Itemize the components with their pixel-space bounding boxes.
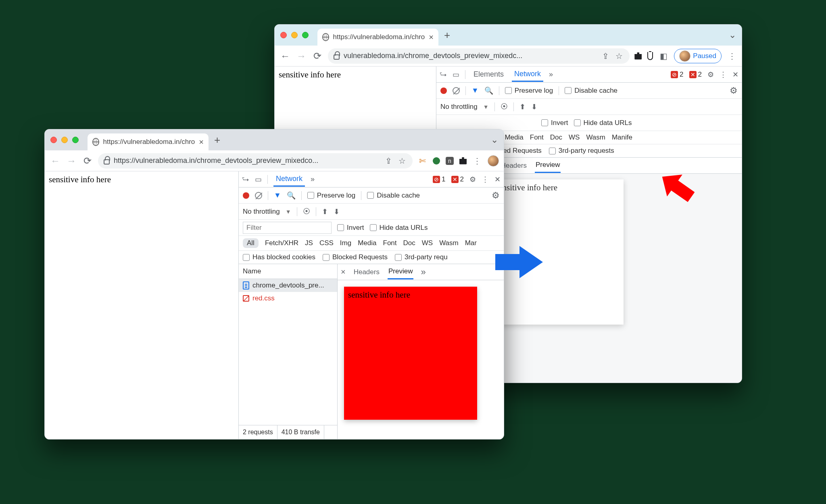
kebab-menu-icon[interactable]: ⋮ [472,156,482,166]
ext-icon-1[interactable] [433,157,440,165]
clear-icon[interactable] [255,192,262,199]
invert-checkbox[interactable]: Invert [337,224,364,232]
wifi-icon[interactable]: ⦿ [501,102,508,111]
panel-icon[interactable]: ◧ [659,51,668,61]
throttling-select[interactable]: No throttling [440,103,478,111]
close-dot[interactable] [50,137,57,143]
browser-tab[interactable]: https://vulnerabledoma.in/chro × [88,133,209,150]
devtools-close-icon[interactable]: ✕ [494,175,501,184]
share-icon[interactable]: ⇪ [384,156,393,166]
error-badge-1[interactable]: ⊘1 [433,175,445,183]
more-tabs-icon[interactable]: » [421,267,426,277]
settings-icon[interactable]: ⚙ [707,70,714,79]
extensions-icon[interactable] [634,52,642,60]
titlebar: https://vulnerabledoma.in/chro × + ⌄ [275,25,742,46]
star-icon[interactable]: ☆ [614,51,624,61]
upload-icon[interactable]: ⬆ [519,102,526,111]
preserve-log-checkbox[interactable]: Preserve log [505,87,553,95]
reload-icon[interactable]: ⟳ [312,50,323,62]
tab-network[interactable]: Network [273,172,305,187]
third-party-checkbox[interactable]: 3rd-party requests [549,147,614,155]
inspect-icon[interactable]: ⮑ [440,70,447,79]
chevron-down-icon[interactable]: ▼ [286,208,291,215]
lock-icon [334,54,340,60]
third-party-checkbox[interactable]: 3rd-party requ [395,253,448,261]
clear-icon[interactable] [453,87,460,94]
record-icon[interactable] [440,87,447,94]
filter-icon[interactable]: ▼ [471,86,479,95]
chevron-down-icon[interactable]: ▼ [483,104,489,110]
traffic-lights[interactable] [50,137,79,143]
traffic-lights[interactable] [280,32,309,38]
omnibox[interactable]: https://vulnerabledoma.in/chrome_devtool… [98,153,413,169]
device-icon[interactable]: ▭ [255,175,262,184]
star-icon[interactable]: ☆ [397,156,407,166]
avatar-icon[interactable] [488,155,499,167]
new-tab-button[interactable]: + [444,29,450,42]
devtools-close-icon[interactable]: ✕ [732,70,738,79]
tab-headers[interactable]: Headers [353,265,380,279]
list-header[interactable]: Name [239,264,337,279]
omnibox[interactable]: vulnerabledoma.in/chrome_devtools_previe… [328,48,630,64]
filter-input[interactable] [243,222,332,234]
devtools-menu-icon[interactable]: ⋮ [482,175,489,184]
filter-icon[interactable]: ▼ [274,191,281,200]
ext-icon-n[interactable]: n [446,157,454,165]
inspect-icon[interactable]: ⮑ [242,175,249,183]
record-icon[interactable] [243,192,249,199]
back-icon[interactable]: ← [280,50,291,62]
tab-close-icon[interactable]: × [429,33,434,42]
network-settings-icon[interactable]: ⚙ [730,85,738,96]
device-icon[interactable]: ▭ [453,70,459,79]
minimize-dot[interactable] [61,137,68,143]
request-item-css[interactable]: red.css [239,292,337,305]
hide-data-urls-checkbox[interactable]: Hide data URLs [370,224,428,232]
preserve-log-checkbox[interactable]: Preserve log [307,192,355,200]
download-icon[interactable]: ⬇ [334,207,340,216]
more-tabs-icon[interactable]: » [311,175,315,183]
tab-close-icon[interactable]: × [199,137,204,147]
error-badge-2[interactable]: ✕2 [689,71,702,79]
zoom-dot[interactable] [302,32,309,38]
download-icon[interactable]: ⬇ [531,102,537,111]
devtools-menu-icon[interactable]: ⋮ [720,70,727,79]
close-dot[interactable] [280,32,287,38]
blocked-requests-checkbox[interactable]: Blocked Requests [323,253,388,261]
reload-icon[interactable]: ⟳ [82,155,93,167]
wifi-icon[interactable]: ⦿ [303,207,310,216]
close-detail-icon[interactable]: × [341,267,346,277]
more-tabs-icon[interactable]: » [549,70,553,79]
browser-tab[interactable]: https://vulnerabledoma.in/chro × [317,29,438,46]
request-item-html[interactable]: chrome_devtools_pre... [239,279,337,292]
zoom-dot[interactable] [72,137,79,143]
labs-icon[interactable] [647,52,653,60]
blocked-cookies-checkbox[interactable]: Has blocked cookies [243,253,315,261]
profile-paused-chip[interactable]: Paused [674,49,722,63]
error-badge-1[interactable]: ⊘2 [671,71,683,79]
tab-preview[interactable]: Preview [535,158,561,173]
kebab-menu-icon[interactable]: ⋮ [727,51,737,61]
search-icon[interactable]: 🔍 [287,191,296,200]
devtools-tabs: ⮑ ▭ Elements Network » ⊘2 ✕2 ⚙ ⋮ ✕ [436,67,742,83]
throttling-select[interactable]: No throttling [243,208,280,216]
share-icon[interactable]: ⇪ [601,51,610,61]
search-icon[interactable]: 🔍 [484,86,493,95]
disable-cache-checkbox[interactable]: Disable cache [367,192,420,200]
disable-cache-checkbox[interactable]: Disable cache [565,87,617,95]
scissors-icon[interactable]: ✄ [417,156,427,166]
tab-network[interactable]: Network [512,67,543,82]
invert-checkbox[interactable]: Invert [541,119,568,127]
tabs-dropdown-icon[interactable]: ⌄ [491,135,498,145]
tab-elements[interactable]: Elements [471,68,506,81]
minimize-dot[interactable] [291,32,298,38]
extensions-icon[interactable] [459,157,467,165]
type-filters[interactable]: All Fetch/XHR JS CSS Img Media Font Doc … [239,236,504,251]
tab-preview[interactable]: Preview [388,264,413,279]
settings-icon[interactable]: ⚙ [469,175,476,184]
tabs-dropdown-icon[interactable]: ⌄ [729,30,736,40]
hide-data-urls-checkbox[interactable]: Hide data URLs [574,119,632,127]
network-settings-icon[interactable]: ⚙ [492,190,500,201]
new-tab-button[interactable]: + [214,134,220,146]
upload-icon[interactable]: ⬆ [322,207,328,216]
error-badge-2[interactable]: ✕2 [451,175,464,183]
